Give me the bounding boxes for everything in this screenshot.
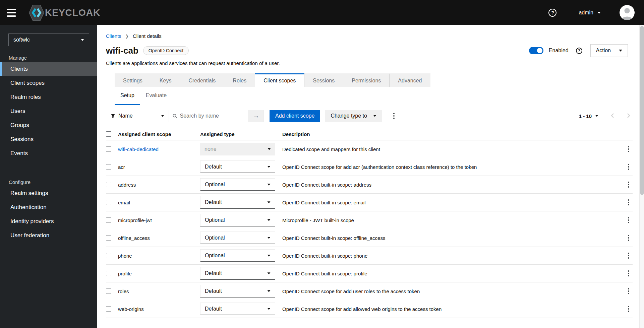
row-kebab-icon[interactable]	[625, 269, 633, 278]
pagination-range-dropdown[interactable]: 1 - 10	[579, 113, 598, 119]
tab-sessions[interactable]: Sessions	[304, 73, 343, 87]
chevron-down-icon	[268, 184, 271, 185]
tab-client-scopes[interactable]: Client scopes	[255, 73, 304, 87]
sidebar-item-events[interactable]: Events	[0, 146, 97, 160]
assigned-type-select[interactable]: Optional	[200, 249, 275, 262]
scope-name-link[interactable]: wifi-cab-dedicated	[118, 146, 200, 152]
row-checkbox[interactable]	[106, 271, 111, 276]
user-menu[interactable]: admin	[579, 10, 601, 16]
tab-permissions[interactable]: Permissions	[343, 73, 390, 87]
assigned-type-select[interactable]: Optional	[200, 232, 275, 244]
sidebar-item-users[interactable]: Users	[0, 104, 97, 118]
row-kebab-icon[interactable]	[625, 198, 633, 207]
row-checkbox[interactable]	[106, 217, 111, 223]
assigned-type-value: Default	[205, 199, 222, 205]
sidebar: softwlc ManageClientsClient scopesRealm …	[0, 25, 97, 328]
pagination-prev-icon[interactable]	[610, 113, 614, 119]
row-kebab-icon[interactable]	[625, 251, 633, 260]
row-checkbox[interactable]	[106, 288, 111, 294]
scope-description: OpenID Connect built-in scope: address	[282, 182, 618, 188]
search-submit-button[interactable]: →	[249, 110, 264, 122]
tab-settings[interactable]: Settings	[115, 73, 151, 87]
row-checkbox[interactable]	[106, 146, 111, 152]
action-dropdown[interactable]: Action	[590, 44, 628, 57]
pagination-next-icon[interactable]	[627, 113, 631, 119]
breadcrumb-link-clients[interactable]: Clients	[106, 33, 121, 39]
row-checkbox[interactable]	[106, 306, 111, 312]
sidebar-item-sessions[interactable]: Sessions	[0, 132, 97, 146]
row-kebab-icon[interactable]	[625, 145, 633, 153]
subtab-setup[interactable]: Setup	[115, 87, 140, 105]
enabled-toggle[interactable]	[529, 47, 543, 54]
add-client-scope-button[interactable]: Add client scope	[270, 110, 320, 122]
chevron-down-icon	[597, 12, 601, 14]
scope-description: OpenID Connect built-in scope: profile	[282, 271, 618, 276]
scrollbar-track[interactable]	[639, 25, 644, 328]
avatar[interactable]	[620, 5, 635, 20]
tab-credentials[interactable]: Credentials	[180, 73, 224, 87]
sidebar-item-realm-roles[interactable]: Realm roles	[0, 90, 97, 104]
sidebar-item-clients[interactable]: Clients	[0, 62, 97, 76]
row-checkbox[interactable]	[106, 164, 111, 170]
assigned-type-select[interactable]: Default	[200, 196, 275, 209]
tab-keys[interactable]: Keys	[151, 73, 180, 87]
sidebar-item-user-federation[interactable]: User federation	[0, 228, 97, 243]
row-checkbox[interactable]	[106, 182, 111, 187]
scope-name: address	[118, 182, 200, 188]
search-input[interactable]	[180, 113, 245, 119]
sidebar-item-groups[interactable]: Groups	[0, 118, 97, 132]
nav-section-title-configure: Configure	[9, 179, 97, 185]
change-type-dropdown[interactable]: Change type to	[325, 110, 382, 122]
chevron-down-icon	[268, 148, 271, 150]
table-row-address: addressOptionalOpenID Connect built-in s…	[106, 176, 633, 194]
chevron-down-icon	[268, 166, 271, 168]
main-content: Clients ❯ Client details wifi-cab OpenID…	[97, 25, 639, 328]
sidebar-item-authentication[interactable]: Authentication	[0, 200, 97, 214]
tab-roles[interactable]: Roles	[224, 73, 255, 87]
tab-advanced[interactable]: Advanced	[390, 73, 430, 87]
assigned-type-select[interactable]: Default	[200, 160, 275, 173]
subtab-evaluate[interactable]: Evaluate	[140, 87, 172, 105]
filter-type-dropdown[interactable]: Name	[106, 110, 169, 122]
page-title: wifi-cab	[106, 46, 138, 56]
sidebar-item-realm-settings[interactable]: Realm settings	[0, 186, 97, 200]
column-header-assigned-type: Assigned type	[200, 131, 282, 137]
table-row-acr: acrDefaultOpenID Connect scope for add a…	[106, 158, 633, 176]
chevron-down-icon	[268, 237, 271, 239]
select-all-checkbox[interactable]	[106, 131, 111, 137]
brand-text: KEYCLOAK	[45, 7, 100, 18]
assigned-type-value: Default	[205, 306, 222, 312]
help-icon[interactable]: ?	[548, 9, 557, 17]
assigned-type-select[interactable]: Optional	[200, 178, 275, 191]
help-icon[interactable]: ?	[576, 48, 582, 54]
chevron-down-icon	[373, 115, 376, 117]
row-kebab-icon[interactable]	[625, 305, 633, 313]
assigned-type-value: Optional	[205, 182, 225, 188]
realm-selector[interactable]: softwlc	[8, 34, 89, 46]
assigned-type-value: none	[204, 146, 217, 152]
sidebar-item-client-scopes[interactable]: Client scopes	[0, 76, 97, 90]
row-kebab-icon[interactable]	[625, 216, 633, 224]
sidebar-item-identity-providers[interactable]: Identity providers	[0, 214, 97, 228]
row-kebab-icon[interactable]	[625, 234, 633, 242]
breadcrumb-current: Client details	[133, 33, 162, 39]
keycloak-logo: KEYCLOAK	[29, 4, 100, 21]
row-checkbox[interactable]	[106, 200, 111, 205]
assigned-type-select[interactable]: Default	[200, 267, 275, 280]
assigned-type-value: Default	[205, 164, 222, 170]
row-kebab-icon[interactable]	[625, 162, 633, 171]
scrollbar-thumb[interactable]	[640, 26, 644, 195]
scope-name: microprofile-jwt	[118, 217, 200, 223]
row-kebab-icon[interactable]	[625, 180, 633, 189]
keycloak-hexagon-icon	[29, 4, 44, 21]
assigned-type-select[interactable]: Default	[200, 285, 275, 298]
row-kebab-icon[interactable]	[625, 287, 633, 296]
assigned-type-select[interactable]: Default	[200, 303, 275, 315]
scope-name: phone	[118, 253, 200, 259]
assigned-type-select[interactable]: Optional	[200, 214, 275, 226]
row-checkbox[interactable]	[106, 235, 111, 241]
nav-toggle-hamburger-icon[interactable]	[7, 6, 21, 19]
scope-description: OpenID Connect scope for add user roles …	[282, 288, 618, 294]
toolbar-kebab-icon[interactable]	[390, 112, 398, 120]
row-checkbox[interactable]	[106, 253, 111, 258]
